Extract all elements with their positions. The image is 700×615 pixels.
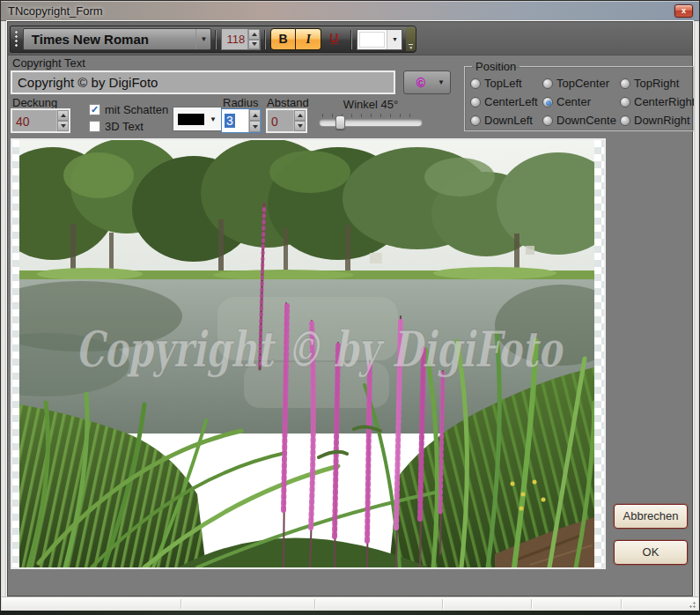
window-frame-bottom bbox=[0, 611, 700, 615]
spin-up-icon[interactable] bbox=[294, 110, 306, 121]
toolbar-separator bbox=[265, 30, 266, 49]
chevron-down-icon[interactable]: ▼ bbox=[387, 30, 402, 49]
deckung-spinner[interactable]: 40 bbox=[11, 108, 70, 133]
copyright-text-input[interactable]: Copyright © by DigiFoto bbox=[11, 70, 395, 94]
position-legend: Position bbox=[472, 60, 519, 73]
app-window: TNcopyright_Form x Times New Roman ▼ 118 bbox=[0, 0, 700, 615]
bold-button[interactable]: B bbox=[270, 28, 296, 50]
radio-icon[interactable] bbox=[542, 115, 553, 126]
spin-up-icon[interactable] bbox=[248, 29, 260, 40]
photo-preview-box[interactable]: Copyright © by DigiFoto bbox=[11, 138, 606, 569]
abstand-value: 0 bbox=[268, 110, 293, 131]
position-option-centerleft[interactable]: CenterLeft bbox=[470, 93, 542, 111]
radio-icon[interactable] bbox=[470, 97, 481, 107]
position-option-center[interactable]: Center bbox=[542, 93, 620, 111]
spin-down-icon[interactable] bbox=[57, 121, 69, 131]
copyright-symbol-button[interactable]: © ▼ bbox=[403, 70, 451, 94]
radio-icon[interactable] bbox=[620, 78, 630, 89]
spin-up-icon[interactable] bbox=[57, 110, 69, 121]
radio-icon[interactable] bbox=[542, 78, 553, 89]
spin-down-icon[interactable] bbox=[248, 40, 260, 50]
title-bar[interactable]: TNcopyright_Form x bbox=[1, 1, 699, 21]
italic-button[interactable]: I bbox=[296, 28, 321, 50]
status-divider bbox=[181, 599, 181, 609]
radio-label: TopLeft bbox=[484, 77, 522, 90]
chevron-down-icon[interactable]: ▼ bbox=[195, 29, 210, 49]
font-size-value: 118 bbox=[222, 29, 247, 49]
chevron-down-icon[interactable]: ▼ bbox=[210, 115, 217, 123]
underline-button[interactable]: U bbox=[321, 28, 347, 50]
position-option-topright[interactable]: TopRight bbox=[620, 74, 694, 93]
abstand-label: Abstand bbox=[267, 96, 309, 109]
chevron-down-icon[interactable]: ▼ bbox=[438, 78, 450, 86]
abstand-spinner[interactable]: 0 bbox=[266, 108, 307, 133]
cancel-button[interactable]: Abbrechen bbox=[614, 504, 688, 529]
radio-icon[interactable] bbox=[620, 115, 630, 126]
radio-label: CenterLeft bbox=[484, 95, 538, 108]
radius-selected-text: 3 bbox=[225, 114, 235, 128]
text3d-row[interactable]: 3D Text bbox=[89, 120, 144, 133]
toolbar-overflow-button[interactable]: ▼ bbox=[406, 27, 416, 51]
mit-schatten-row[interactable]: ✓ mit Schatten bbox=[89, 103, 168, 116]
status-bar bbox=[2, 596, 698, 611]
radius-spinner[interactable]: 3 bbox=[221, 108, 262, 133]
radio-icon[interactable] bbox=[470, 78, 481, 89]
font-family-value: Times New Roman bbox=[24, 32, 196, 47]
radio-label: TopCenter bbox=[556, 77, 609, 90]
transparency-checker-right bbox=[594, 140, 604, 567]
font-size-spinner[interactable]: 118 bbox=[221, 28, 261, 50]
radio-label: DownCente bbox=[556, 114, 616, 127]
radio-label: CenterRight bbox=[634, 95, 694, 108]
position-groupbox: Position TopLeftTopCenterTopRightCenterL… bbox=[464, 60, 695, 131]
winkel-slider-track[interactable] bbox=[319, 119, 423, 127]
status-divider bbox=[531, 599, 532, 609]
mit-schatten-label: mit Schatten bbox=[105, 103, 168, 116]
deckung-label: Deckung bbox=[12, 96, 57, 109]
radio-selected-icon[interactable] bbox=[542, 97, 553, 107]
photo-preview: Copyright © by DigiFoto bbox=[19, 140, 594, 567]
shadow-color-swatch bbox=[178, 114, 204, 125]
copyright-symbol: © bbox=[404, 76, 438, 90]
deckung-value: 40 bbox=[12, 110, 56, 131]
winkel-slider-thumb[interactable] bbox=[335, 115, 345, 130]
status-divider bbox=[442, 599, 443, 609]
form-client-area: Times New Roman ▼ 118 B I U bbox=[7, 21, 693, 596]
position-option-downcente[interactable]: DownCente bbox=[542, 111, 620, 130]
resize-grip[interactable] bbox=[688, 600, 696, 608]
status-divider bbox=[314, 599, 315, 609]
position-option-downright[interactable]: DownRight bbox=[620, 111, 694, 130]
overflow-chevron-icon: ▼ bbox=[409, 46, 413, 49]
spin-up-icon[interactable] bbox=[249, 109, 261, 121]
copyright-text-label: Copyright Text bbox=[12, 56, 85, 70]
winkel-slider-group: Winkel 45° bbox=[317, 98, 424, 131]
status-divider bbox=[621, 599, 622, 609]
position-option-topleft[interactable]: TopLeft bbox=[470, 74, 542, 93]
radius-label: Radius bbox=[223, 96, 258, 109]
position-option-topcenter[interactable]: TopCenter bbox=[542, 74, 620, 93]
toolbar-grip-handle[interactable] bbox=[14, 30, 18, 48]
window-frame-left bbox=[1, 21, 7, 611]
text-color-combobox[interactable]: ▼ bbox=[357, 29, 402, 50]
position-option-downleft[interactable]: DownLeft bbox=[470, 111, 542, 130]
radio-icon[interactable] bbox=[620, 97, 630, 107]
position-option-centerright[interactable]: CenterRight bbox=[620, 93, 694, 111]
spin-down-icon[interactable] bbox=[294, 121, 306, 131]
toolbar-separator bbox=[216, 30, 217, 49]
radio-label: TopRight bbox=[634, 77, 679, 90]
close-button[interactable]: x bbox=[674, 4, 693, 18]
watermark-text: Copyright © by DigiFoto bbox=[76, 320, 564, 378]
font-family-combobox[interactable]: Times New Roman ▼ bbox=[23, 28, 212, 50]
toolstrip-container: Times New Roman ▼ 118 B I U bbox=[8, 22, 692, 56]
winkel-label: Winkel 45° bbox=[317, 98, 424, 111]
radio-label: DownLeft bbox=[484, 114, 533, 127]
transparency-checker-left bbox=[12, 140, 19, 567]
text3d-label: 3D Text bbox=[105, 120, 144, 133]
radius-value: 3 bbox=[222, 109, 248, 132]
spin-down-icon[interactable] bbox=[249, 121, 261, 132]
ok-button[interactable]: OK bbox=[614, 540, 688, 565]
text3d-checkbox[interactable] bbox=[89, 121, 100, 132]
shadow-color-combobox[interactable]: ▼ bbox=[173, 107, 222, 131]
text-color-swatch bbox=[359, 32, 385, 48]
radio-icon[interactable] bbox=[470, 115, 481, 126]
mit-schatten-checkbox[interactable]: ✓ bbox=[89, 104, 100, 115]
